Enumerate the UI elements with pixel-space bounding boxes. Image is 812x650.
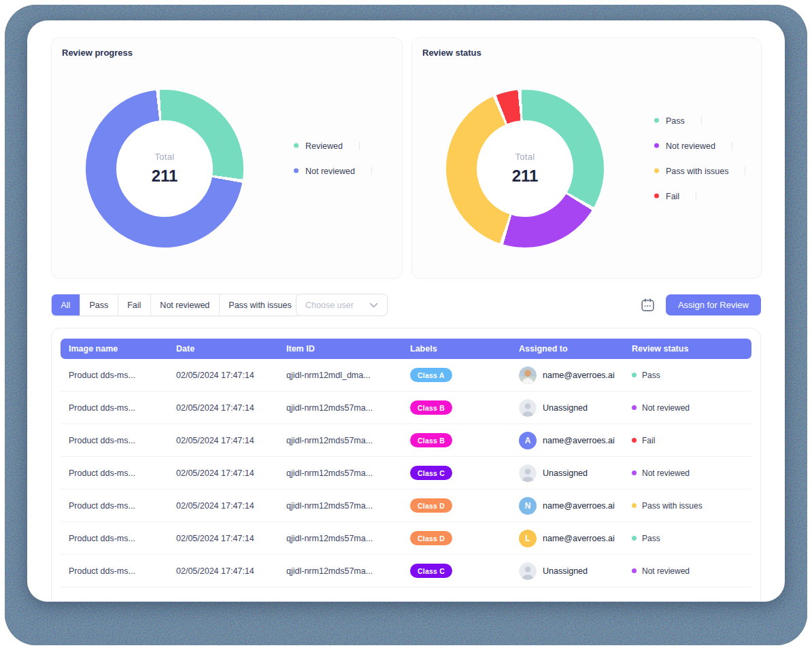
- status-text: Fail: [642, 436, 655, 445]
- filter-actions: Assign for Review: [640, 294, 761, 316]
- image-name-cell: Product dds-ms...: [69, 436, 176, 445]
- review-progress-chart: Total 211: [86, 90, 243, 247]
- chevron-down-icon: [369, 303, 378, 308]
- assigned-to-cell: name@averroes.ai: [519, 366, 632, 384]
- filter-tab-pass-with-issues[interactable]: Pass with issues: [219, 294, 301, 315]
- unassigned-avatar-icon: [519, 464, 537, 482]
- legend-item[interactable]: Pass with issues: [654, 164, 745, 177]
- filter-tab-all[interactable]: All: [52, 294, 80, 315]
- assigned-to-cell: Unassigned: [519, 562, 632, 580]
- image-name-cell: Product dds-ms...: [69, 501, 176, 511]
- class-label-pill: Class C: [410, 466, 452, 480]
- table-row[interactable]: Product dds-ms...02/05/2024 17:47:14qjid…: [61, 359, 751, 392]
- labels-cell: Class B: [410, 433, 519, 447]
- date-cell: 02/05/2024 17:47:14: [176, 403, 286, 413]
- status-filter-tabs: AllPassFailNot reviewedPass with issues: [51, 294, 301, 316]
- calendar-button[interactable]: [640, 297, 656, 313]
- filter-tab-not-reviewed[interactable]: Not reviewed: [150, 294, 219, 315]
- legend-dot: [654, 143, 659, 148]
- assignee-name: Unassigned: [543, 566, 588, 576]
- review-progress-card: Review progress Total 211 ReviewedNot re…: [51, 37, 403, 279]
- user-avatar-initial: L: [519, 530, 537, 547]
- legend-dot: [294, 169, 299, 173]
- item-id-cell: qjidl-nrm12mds57ma...: [286, 468, 410, 478]
- review-status-cell: Not reviewed: [632, 468, 743, 478]
- choose-user-select[interactable]: Choose user: [296, 294, 388, 316]
- legend-item[interactable]: Not reviewed: [654, 139, 745, 152]
- legend-item[interactable]: Not reviewed: [294, 164, 372, 177]
- status-dot: [632, 471, 637, 475]
- table-row[interactable]: Product dds-ms...02/05/2024 17:47:14qjid…: [61, 424, 751, 457]
- filter-tab-fail[interactable]: Fail: [118, 294, 150, 315]
- status-dot: [632, 405, 637, 410]
- status-dot: [632, 503, 637, 508]
- labels-cell: Class D: [410, 531, 519, 545]
- assignee-name: Unassigned: [543, 468, 588, 478]
- status-text: Not reviewed: [642, 403, 690, 413]
- review-status-cell: Pass: [632, 371, 743, 380]
- legend-item[interactable]: Fail: [654, 189, 745, 203]
- legend-item[interactable]: Pass: [654, 114, 745, 127]
- status-text: Pass with issues: [642, 501, 703, 511]
- date-cell: 02/05/2024 17:47:14: [176, 534, 286, 543]
- donut-center: Total 211: [116, 120, 213, 217]
- legend-label: Pass with issues: [666, 166, 728, 175]
- legend-dot: [654, 118, 659, 123]
- legend-separator: [371, 167, 372, 175]
- image-name-cell: Product dds-ms...: [69, 468, 176, 478]
- table-row[interactable]: Product dds-ms...02/05/2024 17:47:14qjid…: [61, 392, 751, 424]
- legend-dot: [654, 194, 659, 199]
- assigned-to-cell: Nname@averroes.ai: [519, 497, 632, 515]
- filter-tab-pass[interactable]: Pass: [80, 294, 118, 315]
- filter-row: AllPassFailNot reviewedPass with issues …: [27, 294, 785, 316]
- unassigned-avatar-icon: [519, 562, 537, 580]
- legend: ReviewedNot reviewed: [294, 139, 372, 177]
- card-title: Review status: [422, 48, 481, 58]
- legend-separator: [732, 141, 732, 150]
- table-row[interactable]: Product dds-ms...02/05/2024 17:47:14qjid…: [61, 457, 751, 490]
- class-label-pill: Class B: [410, 433, 452, 447]
- item-id-cell: qjidl-nrm12mds57ma...: [286, 403, 410, 413]
- legend-label: Not reviewed: [305, 166, 355, 175]
- class-label-pill: Class D: [410, 498, 452, 513]
- column-header: Item ID: [286, 344, 410, 354]
- legend-label: Fail: [666, 191, 679, 201]
- assigned-to-cell: Unassigned: [519, 464, 632, 482]
- item-id-cell: qjidl-nrm12mds57ma...: [286, 501, 410, 511]
- legend-dot: [654, 169, 659, 173]
- unassigned-avatar-icon: [519, 399, 537, 417]
- legend-separator: [701, 116, 702, 124]
- item-id-cell: qjidl-nrm12mds57ma...: [286, 436, 410, 445]
- item-id-cell: qjidl-nrm12mdl_dma...: [286, 371, 410, 380]
- assigned-to-cell: Lname@averroes.ai: [519, 530, 632, 547]
- column-header: Image name: [69, 344, 176, 354]
- status-dot: [632, 438, 637, 443]
- class-label-pill: Class A: [410, 368, 452, 382]
- class-label-pill: Class C: [410, 564, 452, 578]
- date-cell: 02/05/2024 17:47:14: [176, 566, 286, 576]
- legend-label: Not reviewed: [666, 141, 715, 150]
- assigned-to-cell: Unassigned: [519, 399, 632, 417]
- dashboard-panel: Review progress Total 211 ReviewedNot re…: [27, 20, 785, 602]
- table-row[interactable]: Product dds-ms...02/05/2024 17:47:14qjid…: [61, 490, 751, 522]
- legend-item[interactable]: Reviewed: [294, 139, 372, 152]
- assignee-name: Unassigned: [543, 403, 588, 413]
- item-id-cell: qjidl-nrm12mds57ma...: [286, 566, 410, 576]
- review-status-chart: Total 211: [446, 90, 604, 247]
- labels-cell: Class C: [410, 466, 519, 480]
- status-dot: [632, 536, 637, 541]
- total-value: 211: [152, 167, 178, 186]
- labels-cell: Class C: [410, 564, 519, 578]
- table-row[interactable]: Product dds-ms...02/05/2024 17:47:14qjid…: [61, 522, 751, 555]
- total-value: 211: [512, 167, 539, 186]
- table-row[interactable]: Product dds-ms...02/05/2024 17:47:14qjid…: [61, 555, 751, 587]
- legend-label: Reviewed: [305, 141, 343, 150]
- column-header: Date: [176, 344, 286, 354]
- status-dot: [632, 373, 637, 377]
- review-table-card: Image nameDateItem IDLabelsAssigned toRe…: [51, 328, 761, 602]
- legend-separator: [745, 167, 745, 175]
- class-label-pill: Class D: [410, 531, 452, 545]
- status-text: Pass: [642, 371, 660, 380]
- assign-for-review-button[interactable]: Assign for Review: [666, 294, 761, 315]
- legend-label: Pass: [666, 116, 685, 125]
